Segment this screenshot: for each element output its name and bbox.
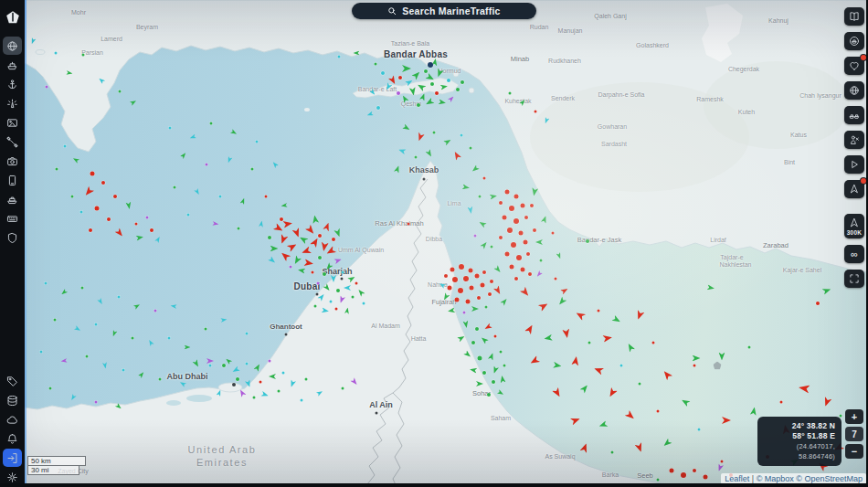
vessel-marker[interactable]	[209, 365, 212, 367]
vessel-marker[interactable]	[497, 389, 505, 397]
vessel-marker[interactable]	[524, 323, 535, 335]
vessel-marker[interactable]	[341, 278, 344, 281]
vessel-marker[interactable]	[543, 117, 549, 124]
vessel-marker[interactable]	[324, 262, 333, 271]
vessel-marker[interactable]	[69, 394, 77, 402]
vessel-marker[interactable]	[680, 397, 690, 408]
vessel-marker[interactable]	[71, 196, 74, 198]
vessel-marker[interactable]	[236, 377, 239, 381]
vessel-marker[interactable]	[316, 389, 324, 397]
toolbar-my-location-button[interactable]	[844, 131, 864, 149]
vessel-marker[interactable]	[798, 384, 810, 394]
vessel-marker[interactable]	[443, 137, 452, 145]
vessel-marker[interactable]	[544, 334, 553, 342]
vessel-marker[interactable]	[488, 292, 492, 296]
vessel-marker[interactable]	[335, 308, 338, 311]
vessel-marker[interactable]	[253, 363, 261, 372]
vessel-marker[interactable]	[423, 178, 426, 181]
vessel-marker[interactable]	[459, 264, 464, 270]
vessel-marker[interactable]	[136, 234, 144, 240]
toolbar-playback-button[interactable]	[844, 155, 864, 174]
vessel-marker[interactable]	[552, 232, 555, 235]
vessel-marker[interactable]	[282, 372, 285, 375]
vessel-marker[interactable]	[719, 353, 725, 361]
vessel-marker[interactable]	[270, 246, 279, 252]
vessel-marker[interactable]	[611, 315, 621, 325]
vessel-marker[interactable]	[416, 132, 425, 143]
vessel-marker[interactable]	[500, 351, 503, 354]
vessel-marker[interactable]	[535, 239, 543, 245]
vessel-marker[interactable]	[662, 369, 673, 381]
vessel-marker[interactable]	[253, 397, 256, 399]
vessel-marker[interactable]	[588, 342, 591, 344]
vessel-marker[interactable]	[424, 98, 434, 108]
vessel-marker[interactable]	[419, 92, 427, 101]
vessel-marker[interactable]	[503, 365, 506, 367]
vessel-marker[interactable]	[463, 276, 469, 281]
sidebar-fleet-button[interactable]	[3, 190, 22, 208]
vessel-marker[interactable]	[269, 360, 271, 363]
vessel-marker[interactable]	[499, 236, 503, 239]
vessel-marker[interactable]	[607, 387, 618, 399]
vessel-marker[interactable]	[95, 401, 98, 404]
vessel-marker[interactable]	[388, 75, 398, 85]
vessel-marker[interactable]	[509, 206, 514, 211]
vessel-marker[interactable]	[280, 250, 291, 262]
vessel-marker[interactable]	[571, 355, 580, 365]
vessel-marker[interactable]	[521, 268, 525, 272]
vessel-marker[interactable]	[488, 352, 495, 361]
vessel-marker[interactable]	[716, 463, 724, 472]
vessel-marker[interactable]	[318, 234, 322, 238]
vessel-marker[interactable]	[222, 364, 226, 367]
leaflet-link[interactable]: Leaflet	[725, 474, 749, 483]
vessel-marker[interactable]	[212, 221, 219, 227]
vessel-marker[interactable]	[332, 238, 335, 241]
sidebar-weather-button[interactable]	[3, 410, 22, 429]
vessel-marker[interactable]	[29, 37, 36, 45]
vessel-marker[interactable]	[535, 270, 543, 279]
vessel-marker[interactable]	[154, 236, 162, 244]
vessel-marker[interactable]	[513, 218, 519, 224]
vessel-marker[interactable]	[344, 285, 351, 291]
zoom-out-button[interactable]: −	[845, 444, 863, 459]
vessel-marker[interactable]	[477, 296, 481, 300]
vessel-marker[interactable]	[562, 328, 571, 338]
vessel-marker[interactable]	[46, 86, 48, 89]
toolbar-favorites-button[interactable]	[844, 57, 864, 75]
vessel-marker[interactable]	[721, 461, 724, 463]
vessel-marker[interactable]	[316, 293, 319, 296]
vessel-marker[interactable]	[338, 295, 345, 304]
vessel-marker[interactable]	[402, 65, 411, 72]
vessel-marker[interactable]	[317, 292, 326, 302]
vessel-marker[interactable]	[529, 355, 541, 366]
vessel-marker[interactable]	[494, 335, 497, 338]
vessel-marker[interactable]	[433, 132, 436, 134]
vessel-marker[interactable]	[138, 371, 145, 379]
vessel-marker[interactable]	[305, 378, 308, 381]
vessel-marker[interactable]	[693, 469, 696, 472]
vessel-marker[interactable]	[530, 204, 534, 207]
vessel-marker[interactable]	[533, 228, 536, 232]
vessel-marker[interactable]	[169, 127, 172, 130]
vessel-marker[interactable]	[281, 203, 288, 208]
vessel-marker[interactable]	[376, 106, 380, 110]
vessel-marker[interactable]	[226, 156, 232, 164]
vessel-marker[interactable]	[556, 296, 566, 306]
vessel-marker[interactable]	[303, 259, 313, 268]
vessel-marker[interactable]	[355, 282, 358, 285]
vessel-marker[interactable]	[490, 280, 493, 283]
vessel-marker[interactable]	[670, 469, 674, 473]
vessel-marker[interactable]	[516, 255, 522, 260]
vessel-marker[interactable]	[524, 216, 528, 219]
vessel-marker[interactable]	[460, 80, 464, 84]
vessel-marker[interactable]	[135, 223, 138, 226]
vessel-marker[interactable]	[122, 369, 125, 372]
vessel-marker[interactable]	[448, 286, 452, 291]
vessel-marker[interactable]	[336, 289, 340, 292]
vessel-marker[interactable]	[322, 307, 330, 313]
vessel-marker[interactable]	[119, 90, 122, 93]
vessel-marker[interactable]	[593, 365, 604, 376]
vessel-marker[interactable]	[323, 272, 326, 276]
vessel-marker[interactable]	[425, 73, 435, 83]
vessel-marker[interactable]	[394, 164, 401, 174]
